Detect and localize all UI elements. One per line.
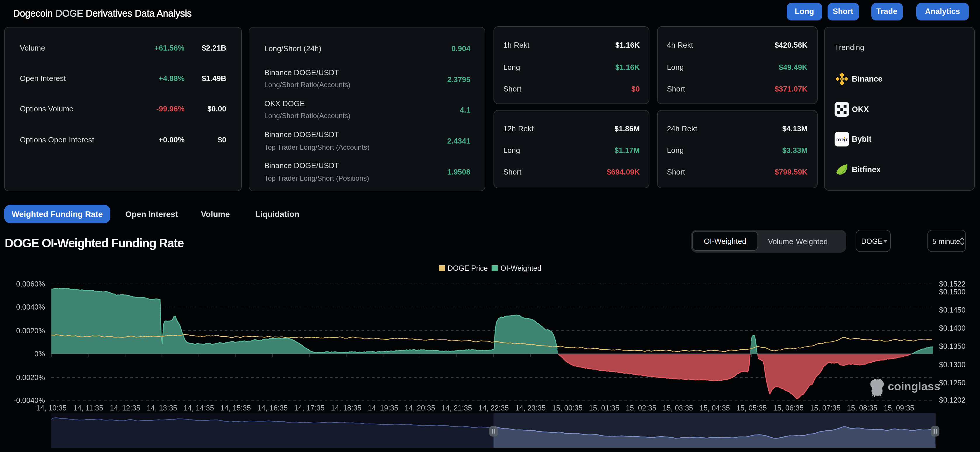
svg-text:14, 19:35: 14, 19:35 xyxy=(368,404,398,412)
svg-text:15, 04:35: 15, 04:35 xyxy=(699,404,730,412)
svg-text:15, 07:35: 15, 07:35 xyxy=(810,404,840,412)
svg-text:14, 14:35: 14, 14:35 xyxy=(184,404,214,412)
svg-text:$0.1202: $0.1202 xyxy=(939,396,966,404)
svg-text:14, 17:35: 14, 17:35 xyxy=(294,404,325,412)
svg-text:$0.1250: $0.1250 xyxy=(939,379,966,387)
svg-text:14, 21:35: 14, 21:35 xyxy=(442,404,472,412)
svg-text:0%: 0% xyxy=(35,350,45,358)
svg-text:-0.0020%: -0.0020% xyxy=(14,373,45,382)
svg-text:15, 03:35: 15, 03:35 xyxy=(663,404,693,412)
svg-text:0.0020%: 0.0020% xyxy=(16,327,45,335)
svg-text:14, 20:35: 14, 20:35 xyxy=(405,404,435,412)
svg-text:$0.1522: $0.1522 xyxy=(939,280,966,288)
svg-text:OI-Weighted: OI-Weighted xyxy=(501,264,541,272)
svg-text:0.0060%: 0.0060% xyxy=(16,280,45,288)
svg-text:15, 06:35: 15, 06:35 xyxy=(773,404,803,412)
svg-text:DOGE Price: DOGE Price xyxy=(448,264,488,272)
svg-text:14, 12:35: 14, 12:35 xyxy=(110,404,140,412)
svg-text:15, 08:35: 15, 08:35 xyxy=(847,404,877,412)
svg-text:14, 16:35: 14, 16:35 xyxy=(257,404,288,412)
svg-text:$0.1400: $0.1400 xyxy=(939,324,966,332)
svg-text:$0.1450: $0.1450 xyxy=(939,306,966,314)
svg-text:14, 18:35: 14, 18:35 xyxy=(331,404,361,412)
svg-text:$0.1500: $0.1500 xyxy=(939,288,966,296)
svg-text:14, 23:35: 14, 23:35 xyxy=(515,404,546,412)
svg-text:15, 00:35: 15, 00:35 xyxy=(552,404,582,412)
svg-text:coinglass: coinglass xyxy=(888,380,940,393)
svg-text:14, 13:35: 14, 13:35 xyxy=(146,404,177,412)
svg-text:15, 02:35: 15, 02:35 xyxy=(626,404,656,412)
svg-text:14, 22:35: 14, 22:35 xyxy=(478,404,509,412)
svg-text:$0.1350: $0.1350 xyxy=(939,342,966,350)
svg-text:-0.0040%: -0.0040% xyxy=(14,396,45,404)
svg-text:15, 01:35: 15, 01:35 xyxy=(589,404,619,412)
svg-text:$0.1300: $0.1300 xyxy=(939,361,966,369)
svg-text:15, 05:35: 15, 05:35 xyxy=(737,404,767,412)
svg-text:14, 11:35: 14, 11:35 xyxy=(73,404,103,412)
svg-text:0.0040%: 0.0040% xyxy=(16,303,45,311)
svg-text:14, 10:35: 14, 10:35 xyxy=(36,404,67,412)
svg-text:14, 15:35: 14, 15:35 xyxy=(221,404,251,412)
svg-text:15, 09:35: 15, 09:35 xyxy=(884,404,914,412)
